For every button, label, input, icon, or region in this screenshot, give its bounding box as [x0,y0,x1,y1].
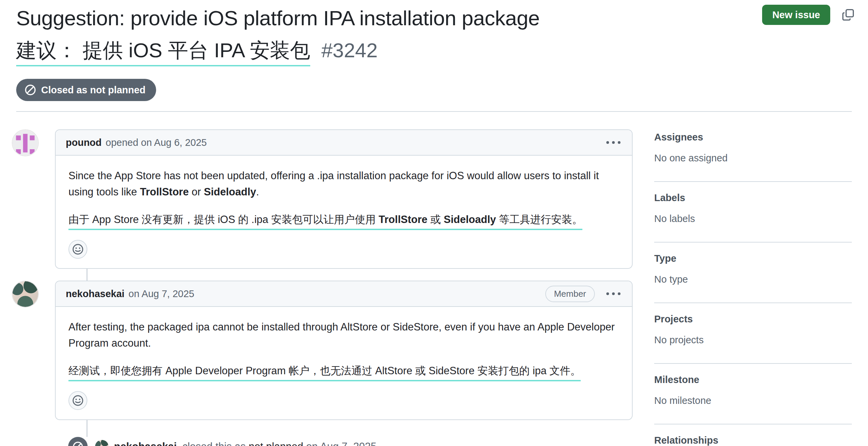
avatar[interactable] [95,440,109,446]
closed-event: nekohasekai closed this as not planned o… [68,437,633,446]
comment-author-link[interactable]: nekohasekai [66,288,124,299]
sidebar-section-label: Projects [654,313,852,325]
smiley-icon [72,243,84,255]
translated-text: 由于 App Store 没有更新，提供 iOS 的 .ipa 安装包可以让用户… [68,214,582,230]
timeline-connector [86,269,88,281]
smiley-icon [72,394,84,407]
comment: nekohasekai on Aug 7, 2025 Member After … [12,281,633,420]
comment: pounod opened on Aug 6, 2025 Since the A… [12,129,633,269]
event-text: nekohasekai closed this as not planned o… [114,441,376,446]
sidebar-section-value: No milestone [654,395,852,406]
new-issue-button[interactable]: New issue [762,5,830,25]
comment-body: Since the App Store has not been updated… [56,156,632,268]
comment-paragraph-en: Since the App Store has not been updated… [68,168,619,200]
avatar[interactable] [12,129,39,156]
copy-icon [842,8,855,21]
issue-title: Suggestion: provide iOS platform IPA ins… [16,5,852,31]
timeline-connector [86,420,88,437]
text-segment-bold: TrollStore [379,214,428,225]
sidebar-section-value: No projects [654,334,852,346]
comment-paragraph-zh: 由于 App Store 没有更新，提供 iOS 的 .ipa 安装包可以让用户… [68,212,619,228]
status-badge: Closed as not planned [16,79,156,101]
sidebar-section-value: No type [654,274,852,285]
comment-header-actions: Member [545,286,622,302]
sidebar-section-milestone: Milestone No milestone [654,364,852,424]
comment-header: nekohasekai on Aug 7, 2025 Member [56,281,632,307]
comment-paragraph-en: After testing, the packaged ipa cannot b… [68,319,619,351]
issue-number: #3242 [321,39,378,62]
sidebar-section-type: Type No type [654,243,852,303]
text-segment-bold: Sideloadly [204,186,256,198]
text-segment: 由于 App Store 没有更新，提供 iOS 的 .ipa 安装包可以让用户… [68,214,379,225]
identicon-avatar [12,130,38,156]
sidebar-section-relationships: Relationships None yet [654,424,852,446]
main-content: pounod opened on Aug 6, 2025 Since the A… [16,129,852,446]
issue-title-translated: 建议： 提供 iOS 平台 IPA 安装包 [16,39,310,66]
sidebar-section-value: No labels [654,213,852,224]
ban-circle-icon [24,84,36,96]
sidebar-section-label: Labels [654,192,852,203]
kebab-menu-icon[interactable] [605,138,622,147]
user-photo [95,440,109,446]
sidebar-section-label: Assignees [654,131,852,143]
comment-thread: pounod opened on Aug 6, 2025 Since the A… [12,129,633,446]
translated-text: 经测试，即使您拥有 Apple Developer Program 帐户，也无法… [68,365,581,381]
comment-header: pounod opened on Aug 6, 2025 [56,130,632,156]
event-date-link[interactable]: on Aug 7, 2025 [306,441,377,446]
text-segment: 或 [428,214,444,225]
header-divider [16,111,852,112]
header-actions: New issue [762,5,855,25]
sidebar: Assignees No one assigned Labels No labe… [654,129,852,446]
text-segment: or [189,186,204,198]
sidebar-section-labels: Labels No labels [654,182,852,243]
sidebar-section-projects: Projects No projects [654,303,852,364]
closed-not-planned-icon [68,437,88,446]
comment-timestamp: on Aug 7, 2025 [128,288,194,299]
event-action: closed this as [182,441,246,446]
sidebar-section-label: Milestone [654,374,852,385]
member-badge: Member [545,286,595,302]
text-segment-bold: Sideloadly [444,214,496,225]
text-segment: 等工具进行安装。 [496,214,583,225]
comment-body: After testing, the packaged ipa cannot b… [56,307,632,419]
issue-header: Suggestion: provide iOS platform IPA ins… [16,5,852,101]
reaction-row [68,228,619,259]
comment-header-actions [605,138,622,147]
copy-button[interactable] [842,8,855,21]
event-reason-link[interactable]: not planned [249,441,303,446]
text-segment-bold: TrollStore [140,186,189,198]
status-badge-label: Closed as not planned [41,85,145,96]
issue-title-translated-row: 建议： 提供 iOS 平台 IPA 安装包 #3242 [16,38,852,63]
event-author-link[interactable]: nekohasekai [114,441,177,446]
comment-box: nekohasekai on Aug 7, 2025 Member After … [55,281,633,420]
comment-timestamp: opened on Aug 6, 2025 [106,137,207,148]
add-reaction-button[interactable] [68,391,87,410]
sidebar-section-assignees: Assignees No one assigned [654,131,852,182]
comment-box: pounod opened on Aug 6, 2025 Since the A… [55,129,633,269]
comment-paragraph-zh: 经测试，即使您拥有 Apple Developer Program 帐户，也无法… [68,363,619,379]
kebab-menu-icon[interactable] [605,289,622,298]
user-photo [12,281,38,307]
comment-author-link[interactable]: pounod [66,137,102,148]
sidebar-section-value: No one assigned [654,152,852,164]
sidebar-section-label: Type [654,253,852,264]
avatar[interactable] [12,281,39,308]
sidebar-section-label: Relationships [654,435,852,446]
issue-page: Suggestion: provide iOS platform IPA ins… [0,0,868,446]
reaction-row [68,379,619,410]
add-reaction-button[interactable] [68,240,87,259]
text-segment: . [256,186,259,198]
